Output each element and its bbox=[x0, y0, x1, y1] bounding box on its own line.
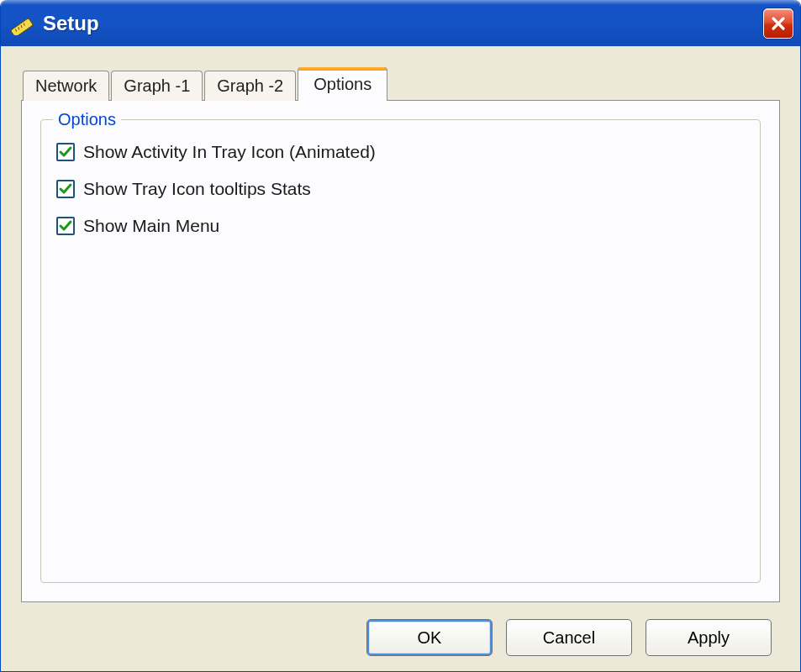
checkbox-show-main-menu[interactable]: Show Main Menu bbox=[56, 216, 745, 236]
tab-graph-2[interactable]: Graph -2 bbox=[204, 71, 296, 101]
app-ruler-icon bbox=[9, 12, 33, 35]
button-label: Apply bbox=[688, 628, 730, 648]
tab-label: Graph -1 bbox=[124, 76, 190, 96]
groupbox-legend: Options bbox=[53, 110, 121, 129]
tab-network[interactable]: Network bbox=[23, 71, 109, 101]
titlebar[interactable]: Setup bbox=[1, 0, 800, 46]
checkbox-label: Show Activity In Tray Icon (Animated) bbox=[83, 142, 376, 162]
ok-button[interactable]: OK bbox=[366, 619, 493, 656]
cancel-button[interactable]: Cancel bbox=[506, 619, 632, 656]
tab-strip: Network Graph -1 Graph -2 Options bbox=[21, 66, 780, 100]
checkbox-label: Show Tray Icon tooltips Stats bbox=[83, 179, 311, 199]
checkbox-icon bbox=[56, 217, 75, 235]
tab-page-options: Options Show Activity In Tray Icon (Anim… bbox=[21, 100, 780, 602]
apply-button[interactable]: Apply bbox=[646, 619, 772, 656]
tab-graph-1[interactable]: Graph -1 bbox=[111, 71, 203, 101]
checkbox-icon bbox=[56, 180, 75, 198]
tab-label: Options bbox=[314, 75, 372, 94]
close-icon bbox=[770, 15, 787, 32]
tab-control: Network Graph -1 Graph -2 Options Option… bbox=[21, 66, 780, 602]
button-label: OK bbox=[418, 628, 442, 648]
window-title: Setup bbox=[43, 12, 763, 35]
button-label: Cancel bbox=[543, 628, 595, 648]
setup-window: Setup Network Graph -1 Graph -2 bbox=[0, 0, 801, 672]
tab-options[interactable]: Options bbox=[298, 67, 387, 101]
checkbox-label: Show Main Menu bbox=[83, 216, 219, 236]
tab-label: Network bbox=[35, 76, 97, 96]
close-button[interactable] bbox=[763, 8, 793, 39]
client-area: Network Graph -1 Graph -2 Options Option… bbox=[1, 46, 800, 671]
checkbox-show-activity-tray[interactable]: Show Activity In Tray Icon (Animated) bbox=[56, 142, 745, 162]
checkbox-show-tray-tooltips[interactable]: Show Tray Icon tooltips Stats bbox=[56, 179, 745, 199]
tab-label: Graph -2 bbox=[217, 76, 283, 96]
dialog-button-row: OK Cancel Apply bbox=[21, 602, 780, 658]
checkbox-icon bbox=[56, 143, 75, 161]
options-groupbox: Options Show Activity In Tray Icon (Anim… bbox=[40, 119, 761, 583]
